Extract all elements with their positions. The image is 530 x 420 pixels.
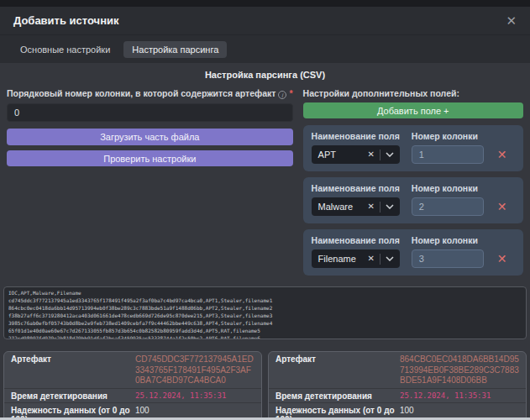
modal-title: Добавить источник	[13, 14, 119, 27]
info-icon[interactable]: i	[278, 91, 286, 99]
tab-parsing-settings[interactable]: Настройка парсинга	[123, 41, 227, 58]
result-row-detected: Время детектирования 25.12.2024, 11:35:3…	[4, 389, 261, 403]
result-row-detected: Время детектирования 25.12.2024, 11:35:3…	[269, 389, 526, 403]
field-card-apt: Наименование поля Номер колонки APT ✕ ✕	[303, 125, 523, 171]
add-source-modal: Добавить источник ✕ Основные настройки Н…	[0, 7, 530, 420]
detection-time: 25.12.2024, 11:35:31	[400, 391, 519, 400]
artifact-hash: CD745DDC3F772137945A1ED3343765F178491F49…	[135, 354, 255, 386]
extra-fields-label: Настройки дополнительных полей:	[303, 88, 523, 98]
field-name-label: Наименование поля	[312, 131, 400, 141]
result-row-artifact: Артефакт CD745DDC3F772137945A1ED3343765F…	[4, 352, 261, 389]
chevron-down-icon[interactable]	[380, 152, 394, 157]
modal-content: Настройка парсинга (CSV) Порядковый номе…	[0, 63, 530, 420]
required-mark: *	[289, 88, 292, 98]
clear-icon[interactable]: ✕	[362, 202, 379, 211]
column-number-input[interactable]	[412, 249, 484, 268]
chevron-down-icon[interactable]	[380, 204, 394, 209]
tabs-row: Основные настройки Настройка парсинга	[0, 35, 530, 63]
field-name-label: Наименование поля	[312, 235, 400, 245]
column-number-label: Номер колонки	[412, 183, 484, 193]
add-field-button[interactable]: Добавить поле +	[303, 102, 523, 118]
field-name-label: Наименование поля	[312, 183, 400, 193]
upload-file-part-button[interactable]: Загрузить часть файла	[7, 129, 293, 145]
column-number-input[interactable]	[412, 197, 484, 216]
right-column: Настройки дополнительных полей: Добавить…	[303, 88, 523, 281]
chevron-down-icon[interactable]	[380, 256, 394, 261]
csv-preview-text: IOC,APT,Malware,Filename cd745ddc3f77213…	[8, 289, 522, 339]
remove-field-icon[interactable]: ✕	[496, 201, 509, 213]
csv-preview-textarea[interactable]: IOC,APT,Malware,Filename cd745ddc3f77213…	[3, 286, 527, 339]
field-card-malware: Наименование поля Номер колонки Malware …	[303, 177, 523, 223]
left-column: Порядковый номер колонки, в которой соде…	[7, 88, 293, 281]
field-name-select[interactable]: APT ✕	[312, 145, 400, 164]
check-settings-button[interactable]: Проверить настройки	[7, 150, 293, 166]
artifact-hash: 864CBC0EC0418DA6BB14D95713994EB0F38BE289…	[400, 354, 519, 386]
artifact-column-input[interactable]	[7, 103, 293, 122]
result-card-2: Артефакт 864CBC0EC0418DA6BB14D95713994EB…	[268, 351, 527, 420]
column-number-label: Номер колонки	[412, 235, 484, 245]
modal-header: Добавить источник ✕	[0, 7, 530, 35]
clear-icon[interactable]: ✕	[362, 150, 379, 159]
clear-icon[interactable]: ✕	[362, 255, 379, 263]
parse-results: Артефакт CD745DDC3F772137945A1ED3343765F…	[3, 351, 527, 420]
field-card-filename: Наименование поля Номер колонки Filename…	[303, 229, 523, 276]
tab-main-settings[interactable]: Основные настройки	[12, 41, 118, 58]
field-name-select[interactable]: Filename ✕	[312, 249, 400, 268]
section-title: Настройка парсинга (CSV)	[7, 70, 523, 80]
column-number-label: Номер колонки	[412, 131, 484, 141]
remove-field-icon[interactable]: ✕	[496, 253, 509, 265]
remove-field-icon[interactable]: ✕	[496, 149, 509, 160]
close-icon[interactable]: ✕	[506, 14, 517, 27]
settings-columns: Порядковый номер колонки, в которой соде…	[7, 88, 523, 281]
result-card-1: Артефакт CD745DDC3F772137945A1ED3343765F…	[3, 351, 262, 420]
column-number-input[interactable]	[412, 145, 484, 164]
result-row-artifact: Артефакт 864CBC0EC0418DA6BB14D95713994EB…	[269, 352, 526, 389]
artifact-column-label: Порядковый номер колонки, в которой соде…	[7, 88, 293, 99]
detection-time: 25.12.2024, 11:35:31	[135, 391, 255, 400]
field-name-select[interactable]: Malware ✕	[312, 197, 400, 216]
